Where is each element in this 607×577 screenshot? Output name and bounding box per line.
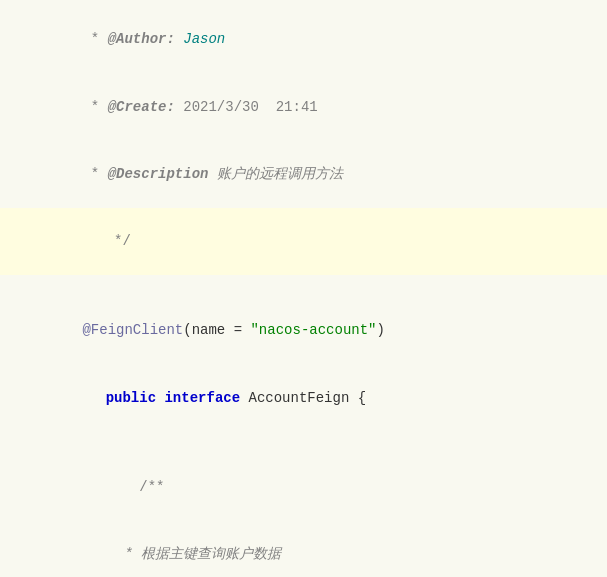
- line-1: * @Author: Jason: [0, 6, 607, 73]
- comment-star3: *: [82, 166, 107, 182]
- space2: AccountFeign {: [240, 390, 366, 406]
- line-9: − /**: [0, 454, 607, 521]
- line-8: [0, 431, 607, 453]
- code-content-4: */: [51, 208, 597, 275]
- javadoc-open: /**: [106, 479, 165, 495]
- line-7: − public interface AccountFeign {: [0, 364, 607, 431]
- line-num-7: −: [0, 367, 51, 425]
- code-content-8: [28, 431, 597, 453]
- comment-star: *: [82, 31, 107, 47]
- line-4: − */: [0, 208, 607, 275]
- code-content-3: * @Description 账户的远程调用方法: [28, 140, 597, 207]
- interface-kw: interface: [164, 390, 240, 406]
- code-content-10: * 根据主键查询账户数据: [28, 521, 597, 577]
- line-5: [0, 275, 607, 297]
- public-kw: public: [106, 390, 156, 406]
- desc-value: 账户的远程调用方法: [208, 166, 342, 182]
- code-content-7: public interface AccountFeign {: [51, 364, 597, 431]
- comment-close: */: [106, 233, 131, 249]
- line-6: @FeignClient(name = "nacos-account"): [0, 297, 607, 364]
- line-num-4: −: [0, 211, 51, 269]
- code-content-6: @FeignClient(name = "nacos-account"): [28, 297, 597, 364]
- create-value: 2021/3/30 21:41: [175, 99, 318, 115]
- author-label: @Author:: [108, 31, 175, 47]
- code-content-9: /**: [51, 454, 597, 521]
- feign-paren2: ): [377, 322, 385, 338]
- comment-chinese1: * 根据主键查询账户数据: [82, 546, 281, 562]
- line-10: * 根据主键查询账户数据: [0, 521, 607, 577]
- code-content-5: [28, 275, 597, 297]
- feign-paren: (name =: [183, 322, 250, 338]
- code-content-1: * @Author: Jason: [28, 6, 597, 73]
- author-value: Jason: [175, 31, 225, 47]
- create-label: @Create:: [108, 99, 175, 115]
- line-num-9: −: [0, 457, 51, 515]
- line-3: * @Description 账户的远程调用方法: [0, 140, 607, 207]
- feign-name-val: "nacos-account": [250, 322, 376, 338]
- line-2: * @Create: 2021/3/30 21:41: [0, 73, 607, 140]
- code-editor: * @Author: Jason * @Create: 2021/3/30 21…: [0, 0, 607, 577]
- comment-star2: *: [82, 99, 107, 115]
- feign-client-at: @FeignClient: [82, 322, 183, 338]
- desc-label: @Description: [108, 166, 209, 182]
- code-content-2: * @Create: 2021/3/30 21:41: [28, 73, 597, 140]
